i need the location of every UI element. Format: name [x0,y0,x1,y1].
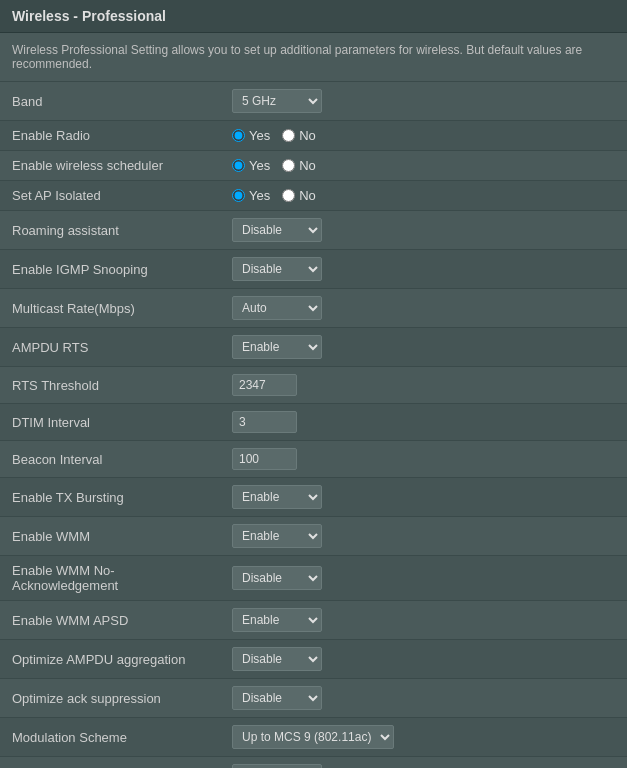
row-control[interactable]: YesNo [220,121,627,151]
row-control[interactable] [220,441,627,478]
table-row: Beacon Interval [0,441,627,478]
table-row: Optimize AMPDU aggregationDisableEnable [0,640,627,679]
dropdown-optimize-ack-suppression[interactable]: DisableEnable [232,686,322,710]
row-control[interactable] [220,367,627,404]
table-row: Modulation SchemeUp to MCS 9 (802.11ac)U… [0,718,627,757]
dropdown-enable-wmm-apsd[interactable]: EnableDisable [232,608,322,632]
title-bar: Wireless - Professional [0,0,627,33]
table-row: Set AP IsolatedYesNo [0,181,627,211]
table-row: Enable IGMP SnoopingDisableEnable [0,250,627,289]
radio-input-yes[interactable] [232,129,245,142]
radio-label[interactable]: No [282,188,316,203]
table-row: Roaming assistantDisableEnable [0,211,627,250]
row-control[interactable]: EnableDisable [220,328,627,367]
radio-input-no[interactable] [282,189,295,202]
table-row: Enable RadioYesNo [0,121,627,151]
radio-group: YesNo [232,158,615,173]
table-row: Enable WMM No-AcknowledgementDisableEnab… [0,556,627,601]
row-label: Enable TX Bursting [0,478,220,517]
text-input-dtim-interval[interactable] [232,411,297,433]
dropdown-optimize-ampdu-aggregation[interactable]: DisableEnable [232,647,322,671]
row-label: Optimize AMPDU aggregation [0,640,220,679]
table-row: Band2.4 GHz5 GHz [0,82,627,121]
row-label: Enable WMM [0,517,220,556]
radio-group: YesNo [232,188,615,203]
radio-label[interactable]: No [282,128,316,143]
row-label: Optimize ack suppression [0,679,220,718]
dropdown-enable-wmm[interactable]: EnableDisable [232,524,322,548]
table-row: Enable TX BurstingEnableDisable [0,478,627,517]
page-title: Wireless - Professional [12,8,615,24]
row-control[interactable]: DisableEnable [220,757,627,769]
row-control[interactable]: Auto125.511 [220,289,627,328]
row-label: Roaming assistant [0,211,220,250]
page-wrapper: Wireless - Professional Wireless Profess… [0,0,627,768]
dropdown-roaming-assistant[interactable]: DisableEnable [232,218,322,242]
table-row: AMPDU RTSEnableDisable [0,328,627,367]
row-control[interactable]: DisableEnable [220,250,627,289]
row-label: Beacon Interval [0,441,220,478]
row-label: Airtime Fairness [0,757,220,769]
table-row: RTS Threshold [0,367,627,404]
row-label: Set AP Isolated [0,181,220,211]
dropdown-ampdu-rts[interactable]: EnableDisable [232,335,322,359]
row-label: Multicast Rate(Mbps) [0,289,220,328]
text-input-rts-threshold[interactable] [232,374,297,396]
row-control[interactable]: DisableEnable [220,679,627,718]
row-control[interactable]: DisableEnable [220,640,627,679]
table-row: Multicast Rate(Mbps)Auto125.511 [0,289,627,328]
dropdown-modulation-scheme[interactable]: Up to MCS 9 (802.11ac)Up to MCS 7 (802.1… [232,725,394,749]
dropdown-enable-igmp-snooping[interactable]: DisableEnable [232,257,322,281]
table-row: Enable WMM APSDEnableDisable [0,601,627,640]
row-control[interactable]: YesNo [220,151,627,181]
dropdown-band[interactable]: 2.4 GHz5 GHz [232,89,322,113]
settings-table: Band2.4 GHz5 GHzEnable RadioYesNoEnable … [0,82,627,768]
row-label: Enable IGMP Snooping [0,250,220,289]
row-control[interactable]: EnableDisable [220,478,627,517]
row-label: Enable wireless scheduler [0,151,220,181]
row-label: AMPDU RTS [0,328,220,367]
row-control[interactable]: EnableDisable [220,517,627,556]
row-label: Enable WMM No-Acknowledgement [0,556,220,601]
table-row: DTIM Interval [0,404,627,441]
dropdown-enable-wmm-no-acknowledgement[interactable]: DisableEnable [232,566,322,590]
row-control[interactable]: 2.4 GHz5 GHz [220,82,627,121]
table-row: Enable wireless schedulerYesNo [0,151,627,181]
row-control[interactable]: YesNo [220,181,627,211]
radio-label[interactable]: Yes [232,188,270,203]
text-input-beacon-interval[interactable] [232,448,297,470]
row-label: DTIM Interval [0,404,220,441]
radio-input-no[interactable] [282,159,295,172]
row-label: Enable Radio [0,121,220,151]
table-row: Airtime FairnessDisableEnable [0,757,627,769]
row-control[interactable]: EnableDisable [220,601,627,640]
radio-input-yes[interactable] [232,189,245,202]
radio-label[interactable]: Yes [232,158,270,173]
row-control[interactable]: Up to MCS 9 (802.11ac)Up to MCS 7 (802.1… [220,718,627,757]
dropdown-multicast-rate(mbps)[interactable]: Auto125.511 [232,296,322,320]
radio-label[interactable]: Yes [232,128,270,143]
dropdown-enable-tx-bursting[interactable]: EnableDisable [232,485,322,509]
row-label: RTS Threshold [0,367,220,404]
description-text: Wireless Professional Setting allows you… [0,33,627,82]
radio-label[interactable]: No [282,158,316,173]
row-label: Modulation Scheme [0,718,220,757]
row-label: Enable WMM APSD [0,601,220,640]
table-row: Optimize ack suppressionDisableEnable [0,679,627,718]
table-row: Enable WMMEnableDisable [0,517,627,556]
row-control[interactable] [220,404,627,441]
radio-input-no[interactable] [282,129,295,142]
row-label: Band [0,82,220,121]
row-control[interactable]: DisableEnable [220,556,627,601]
radio-input-yes[interactable] [232,159,245,172]
dropdown-airtime-fairness[interactable]: DisableEnable [232,764,322,768]
radio-group: YesNo [232,128,615,143]
row-control[interactable]: DisableEnable [220,211,627,250]
